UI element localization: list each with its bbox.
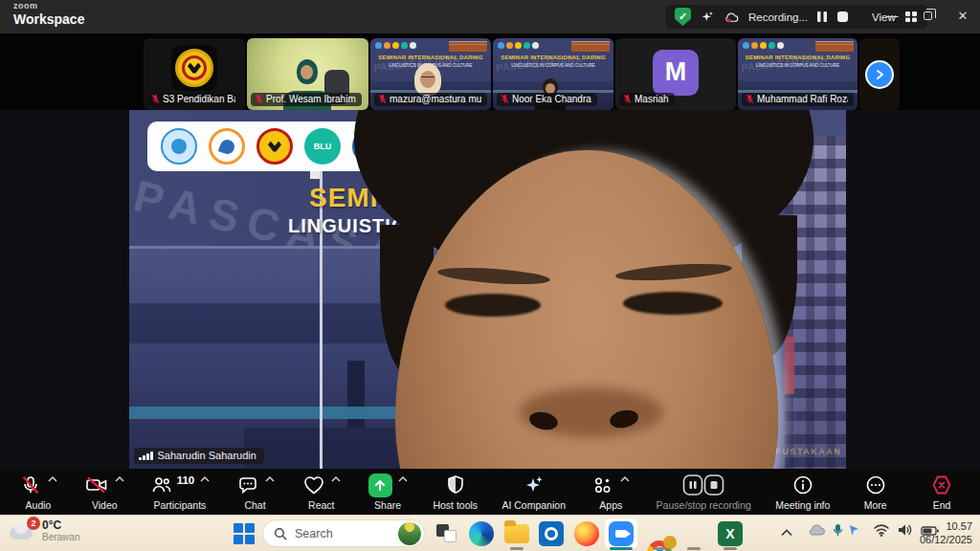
participant-name-label: mazura@mastura mu...	[374, 93, 487, 106]
start-button[interactable]	[234, 523, 255, 544]
mini-slide-title: SEMINAR INTERNASIONAL DARING	[493, 55, 613, 60]
audio-menu-chevron[interactable]	[48, 476, 57, 482]
video-menu-chevron[interactable]	[115, 476, 124, 482]
running-indicator	[653, 547, 666, 550]
pause-stop-recording-button[interactable]: Pause/stop recording	[657, 474, 751, 511]
task-view-button[interactable]	[436, 524, 457, 542]
search-daily-image[interactable]	[398, 522, 421, 545]
next-participants-page[interactable]	[859, 38, 900, 110]
apps-button[interactable]: Apps	[590, 474, 632, 511]
recording-status-text: Recording...	[748, 11, 808, 23]
shield-icon	[444, 474, 467, 496]
firefox-icon[interactable]	[574, 521, 599, 546]
security-shield-icon[interactable]: ✓	[675, 8, 691, 26]
participant-tile-mazura[interactable]: PASCASARJANA SEMINAR INTERNASIONAL DARIN…	[370, 38, 491, 110]
outlook-icon[interactable]	[539, 521, 564, 546]
more-button[interactable]: More	[855, 474, 897, 511]
mini-slide-logos	[743, 42, 784, 49]
zoom-app-active[interactable]	[605, 518, 637, 549]
speaker-eye	[623, 292, 723, 315]
mini-slide-textblock	[571, 41, 610, 52]
apps-menu-chevron[interactable]	[620, 476, 630, 482]
edge-browser-icon[interactable]	[469, 521, 494, 546]
speaker-name-label: Saharudin Saharudin	[134, 448, 264, 464]
taskbar-clock[interactable]: 10.57 06/12/2025	[920, 520, 972, 546]
mic-in-use-icon[interactable]	[833, 523, 863, 548]
pause-recording-icon[interactable]	[816, 11, 828, 23]
next-page-arrow-icon[interactable]	[865, 60, 894, 89]
heart-icon	[302, 474, 325, 496]
share-screen-icon	[368, 474, 392, 497]
title-bar: zoom Workspace ✓ Recording... View	[0, 0, 980, 33]
participants-button[interactable]: 110 Participants	[150, 474, 211, 511]
mini-slide-textblock	[449, 41, 487, 52]
mini-slide-title: SEMINAR INTERNASIONAL DARING	[370, 55, 491, 60]
brand-workspace: Workspace	[13, 12, 84, 26]
person-glasses	[421, 77, 434, 79]
mic-muted-icon	[151, 94, 160, 104]
connection-signal-icon	[139, 452, 153, 460]
participant-tile-s3-pendidikan[interactable]: S3 Pendidikan Bahasa ...	[144, 38, 245, 110]
brand-zoom: zoom	[13, 2, 84, 11]
active-speaker-video[interactable]: PASCASARJANA PERPUSTAKAAN BLU SEMINAR LI…	[129, 110, 846, 469]
speaker-eye	[445, 294, 541, 317]
zoom-app-icon	[609, 521, 634, 546]
letter-avatar: M	[653, 50, 699, 96]
mic-muted-icon	[501, 94, 509, 104]
ministry-logo-icon	[161, 128, 197, 165]
ai-companion-button[interactable]: AI Companion	[501, 474, 566, 511]
chrome-badge	[663, 536, 677, 549]
mini-slide-textblock	[815, 41, 854, 52]
ai-sparkle-icon[interactable]	[700, 10, 715, 25]
video-button[interactable]: Video	[83, 474, 125, 511]
file-explorer-icon[interactable]	[504, 524, 529, 543]
meeting-info-button[interactable]: Meeting info	[775, 474, 830, 511]
pause-stop-recording-icon	[682, 473, 724, 497]
person-face	[301, 65, 313, 79]
share-button[interactable]: Share	[367, 474, 409, 511]
mini-slide-logos	[375, 42, 416, 49]
weather-condition: Berawan	[42, 532, 79, 542]
participant-tile-masriah[interactable]: M Masriah	[615, 38, 736, 110]
tray-expand-chevron[interactable]	[781, 523, 806, 548]
weather-cloud-icon: 2	[8, 519, 36, 542]
info-icon	[791, 474, 814, 496]
participant-tile-wesam[interactable]: Prof. Wesam Ibrahim	[247, 38, 368, 110]
host-tools-button[interactable]: Host tools	[433, 474, 478, 511]
camera-muted-icon	[84, 474, 109, 496]
chat-menu-chevron[interactable]	[265, 476, 275, 482]
restore-button[interactable]	[911, 0, 944, 32]
mic-muted-icon	[623, 94, 632, 104]
share-menu-chevron[interactable]	[398, 476, 408, 482]
taskbar-search[interactable]: Search	[262, 519, 425, 547]
weather-widget[interactable]: 2 0°C Berawan	[8, 518, 79, 542]
chat-button[interactable]: Chat	[234, 474, 277, 511]
search-placeholder: Search	[295, 527, 390, 540]
participant-name-label: Prof. Wesam Ibrahim	[251, 93, 362, 106]
windows-taskbar: 2 0°C Berawan Search	[0, 515, 980, 551]
apps-icon	[591, 474, 614, 496]
audio-button[interactable]: Audio	[17, 474, 59, 511]
excel-icon[interactable]: X	[718, 521, 743, 546]
minimize-button[interactable]: —	[876, 0, 908, 32]
participant-tile-rafi[interactable]: PASCASARJANA SEMINAR INTERNASIONAL DARIN…	[738, 38, 858, 110]
participants-menu-chevron[interactable]	[200, 476, 210, 482]
more-ellipsis-icon	[864, 474, 887, 496]
running-indicator	[510, 547, 523, 550]
mic-muted-icon	[255, 94, 263, 104]
ai-sparkle-icon	[523, 474, 546, 496]
onedrive-icon[interactable]	[807, 523, 832, 548]
cloud-recording-icon	[724, 11, 740, 24]
main-stage: PASCASARJANA PERPUSTAKAAN BLU SEMINAR LI…	[0, 110, 980, 469]
participant-tile-noor[interactable]: PASCASARJANA SEMINAR INTERNASIONAL DARIN…	[493, 38, 613, 110]
react-menu-chevron[interactable]	[331, 476, 341, 482]
close-button[interactable]: ✕	[947, 0, 979, 32]
wifi-icon[interactable]	[873, 523, 898, 548]
end-meeting-button[interactable]: End	[921, 474, 963, 511]
weather-alert-badge: 2	[27, 517, 40, 530]
mini-slide-logos	[498, 42, 539, 49]
participant-name-label: S3 Pendidikan Bahasa ...	[147, 93, 241, 106]
react-button[interactable]: React	[301, 474, 343, 511]
stop-recording-icon[interactable]	[836, 11, 849, 23]
person-face	[420, 71, 435, 88]
